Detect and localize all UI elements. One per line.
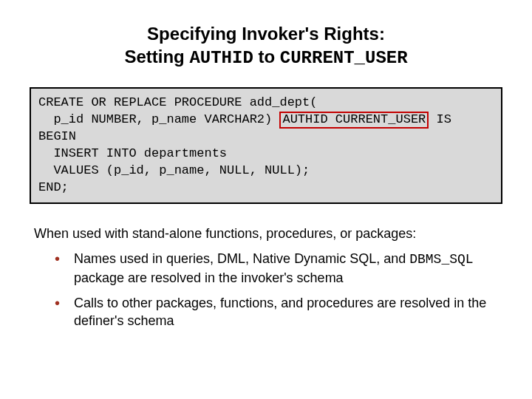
authid-highlight: AUTHID CURRENT_USER	[279, 112, 429, 129]
code-line-6: END;	[38, 180, 69, 194]
title-line1: Specifying Invoker's Rights:	[147, 24, 385, 44]
bullet2-text: Calls to other packages, functions, and …	[74, 296, 486, 328]
code-line-5: VALUES (p_id, p_name, NULL, NULL);	[38, 163, 310, 177]
bullet1-mono: DBMS_SQL	[409, 252, 473, 267]
title-current-user: CURRENT_USER	[280, 48, 408, 68]
title-line2-mid: to	[253, 47, 280, 66]
title-authid: AUTHID	[189, 48, 253, 68]
slide-title: Specifying Invoker's Rights: Setting AUT…	[30, 22, 502, 69]
bullet1-post: package are resolved in the invoker's sc…	[74, 270, 344, 285]
bullet-list: Names used in queries, DML, Native Dynam…	[55, 250, 502, 330]
intro-text: When used with stand-alone functions, pr…	[34, 225, 502, 242]
list-item: Calls to other packages, functions, and …	[55, 294, 502, 330]
code-line-2-pre: p_id NUMBER, p_name VARCHAR2)	[38, 112, 279, 126]
list-item: Names used in queries, DML, Native Dynam…	[55, 250, 502, 287]
code-line-1: CREATE OR REPLACE PROCEDURE add_dept(	[38, 95, 317, 109]
code-line-2-post: IS	[429, 112, 451, 126]
code-line-4: INSERT INTO departments	[38, 146, 227, 160]
code-block: CREATE OR REPLACE PROCEDURE add_dept( p_…	[30, 87, 502, 204]
bullet1-pre: Names used in queries, DML, Native Dynam…	[74, 251, 409, 266]
code-line-3: BEGIN	[38, 129, 76, 143]
title-line2-pre: Setting	[124, 47, 189, 66]
authid-highlight-text: AUTHID CURRENT_USER	[282, 112, 426, 126]
